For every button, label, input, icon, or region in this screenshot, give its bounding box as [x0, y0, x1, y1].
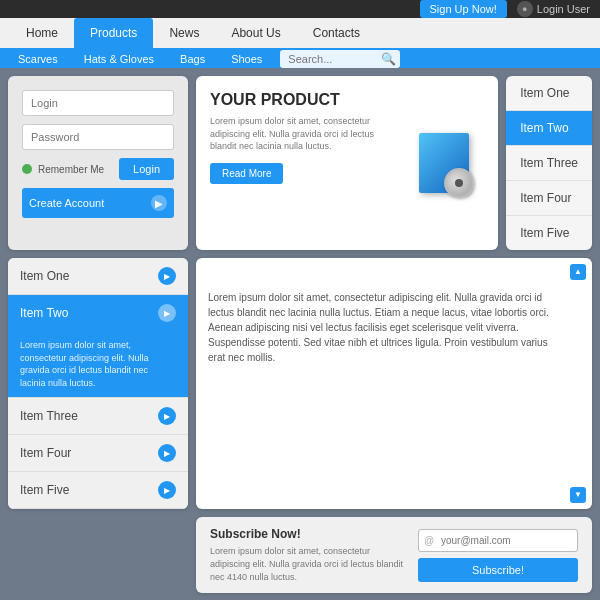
user-icon: ● — [517, 1, 533, 17]
accordion-play-2: ▶ — [158, 304, 176, 322]
accordion-header-2[interactable]: Item Two ▶ — [8, 295, 188, 331]
accordion-item-4: Item Four ▶ — [8, 435, 188, 472]
right-list-item-4[interactable]: Item Four — [506, 181, 592, 216]
password-input[interactable] — [22, 124, 174, 150]
accordion-label-1: Item One — [20, 269, 69, 283]
subscribe-desc: Lorem ipsum dolor sit amet, consectetur … — [210, 545, 408, 583]
scroll-up-button[interactable]: ▲ — [570, 264, 586, 280]
login-button[interactable]: Login — [119, 158, 174, 180]
text-panel: ▲ Lorem ipsum dolor sit amet, consectetu… — [196, 258, 592, 509]
product-image — [404, 90, 484, 236]
email-icon: @ — [424, 535, 434, 546]
create-account-arrow-icon: ▶ — [151, 195, 167, 211]
accordion-play-1: ▶ — [158, 267, 176, 285]
accordion-item-3: Item Three ▶ — [8, 398, 188, 435]
right-list-item-3[interactable]: Item Three — [506, 146, 592, 181]
nav-contacts[interactable]: Contacts — [297, 18, 376, 48]
subnav-shoes[interactable]: Shoes — [223, 51, 270, 67]
accordion-header-1[interactable]: Item One ▶ — [8, 258, 188, 294]
accordion-item-1: Item One ▶ — [8, 258, 188, 295]
login-panel: Remember Me Login Create Account ▶ — [8, 76, 188, 250]
accordion-header-3[interactable]: Item Three ▶ — [8, 398, 188, 434]
accordion-header-4[interactable]: Item Four ▶ — [8, 435, 188, 471]
accordion-item-5: Item Five ▶ — [8, 472, 188, 509]
subnav-hats[interactable]: Hats & Gloves — [76, 51, 162, 67]
item-list-right: Item One Item Two Item Three Item Four I… — [506, 76, 592, 250]
subscribe-title: Subscribe Now! — [210, 527, 408, 541]
subscribe-panel: Subscribe Now! Lorem ipsum dolor sit ame… — [196, 517, 592, 593]
accordion-play-4: ▶ — [158, 444, 176, 462]
email-input-wrap: @ — [418, 529, 578, 552]
sub-nav: Scarves Hats & Gloves Bags Shoes 🔍 — [0, 50, 600, 68]
subnav-bags[interactable]: Bags — [172, 51, 213, 67]
scroll-down-button[interactable]: ▼ — [570, 487, 586, 503]
nav-products[interactable]: Products — [74, 18, 153, 48]
accordion-item-2: Item Two ▶ Lorem ipsum dolor sit amet, c… — [8, 295, 188, 398]
accordion-label-4: Item Four — [20, 446, 71, 460]
product-panel: YOUR PRODUCT Lorem ipsum dolor sit amet,… — [196, 76, 498, 250]
subscribe-button[interactable]: Subscribe! — [418, 558, 578, 582]
accordion-header-5[interactable]: Item Five ▶ — [8, 472, 188, 508]
read-more-button[interactable]: Read More — [210, 163, 283, 184]
row1-right: YOUR PRODUCT Lorem ipsum dolor sit amet,… — [196, 76, 592, 250]
accordion-label-5: Item Five — [20, 483, 69, 497]
product-3d-box — [414, 128, 474, 198]
email-input[interactable] — [418, 529, 578, 552]
accordion-panel: Item One ▶ Item Two ▶ Lorem ipsum dolor … — [8, 258, 188, 509]
accordion-play-5: ▶ — [158, 481, 176, 499]
search-icon-button[interactable]: 🔍 — [381, 52, 396, 66]
subscribe-text-block: Subscribe Now! Lorem ipsum dolor sit ame… — [210, 527, 408, 583]
login-user: ● Login User — [517, 1, 590, 17]
top-bar: Sign Up Now! ● Login User — [0, 0, 600, 18]
create-account-button[interactable]: Create Account ▶ — [22, 188, 174, 218]
right-list-item-2[interactable]: Item Two — [506, 111, 592, 146]
subnav-scarves[interactable]: Scarves — [10, 51, 66, 67]
login-input[interactable] — [22, 90, 174, 116]
nav-about[interactable]: About Us — [215, 18, 296, 48]
right-list-item-5[interactable]: Item Five — [506, 216, 592, 250]
remember-label: Remember Me — [38, 164, 113, 175]
remember-dot — [22, 164, 32, 174]
accordion-body-2: Lorem ipsum dolor sit amet, consectetur … — [8, 331, 188, 397]
login-user-label: Login User — [537, 3, 590, 15]
subscribe-form: @ Subscribe! — [418, 529, 578, 582]
accordion-label-2: Item Two — [20, 306, 68, 320]
signup-button[interactable]: Sign Up Now! — [420, 0, 507, 18]
remember-row: Remember Me Login — [22, 158, 174, 180]
box-cd — [444, 168, 474, 198]
product-desc: Lorem ipsum dolor sit amet, consectetur … — [210, 115, 394, 153]
product-title: YOUR PRODUCT — [210, 90, 394, 109]
right-list-item-1[interactable]: Item One — [506, 76, 592, 111]
nav-home[interactable]: Home — [10, 18, 74, 48]
accordion-play-3: ▶ — [158, 407, 176, 425]
product-text: YOUR PRODUCT Lorem ipsum dolor sit amet,… — [210, 90, 394, 236]
nav-bar: Home Products News About Us Contacts — [0, 18, 600, 50]
create-account-label: Create Account — [29, 197, 104, 209]
nav-news[interactable]: News — [153, 18, 215, 48]
search-wrap: 🔍 — [280, 50, 400, 68]
accordion-label-3: Item Three — [20, 409, 78, 423]
text-content: Lorem ipsum dolor sit amet, consectetur … — [208, 290, 560, 365]
